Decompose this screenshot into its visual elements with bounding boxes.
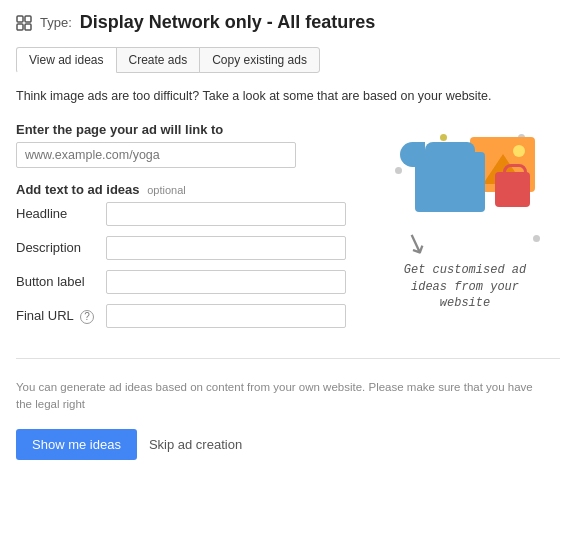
main-content: Enter the page your ad will link to Add … bbox=[16, 122, 560, 342]
page-wrapper: Type: Display Network only - All feature… bbox=[0, 0, 576, 476]
final-url-label: Final URL ? bbox=[16, 308, 106, 324]
description-input[interactable] bbox=[106, 236, 346, 260]
tab-create-ads[interactable]: Create ads bbox=[116, 47, 201, 73]
skip-ad-creation-button[interactable]: Skip ad creation bbox=[149, 429, 242, 460]
final-url-input[interactable] bbox=[106, 304, 346, 328]
add-text-group: Add text to ad ideas optional Headline D… bbox=[16, 182, 370, 328]
description-text: Think image ads are too difficult? Take … bbox=[16, 87, 560, 106]
svg-rect-3 bbox=[25, 24, 31, 30]
add-text-label: Add text to ad ideas optional bbox=[16, 182, 370, 197]
footer-note: You can generate ad ideas based on conte… bbox=[16, 379, 560, 414]
tabs-row: View ad ideas Create ads Copy existing a… bbox=[16, 47, 560, 73]
page-title-row: Type: Display Network only - All feature… bbox=[16, 12, 560, 33]
grid-icon bbox=[16, 15, 32, 31]
button-label-row: Button label bbox=[16, 270, 370, 294]
dot-1 bbox=[440, 134, 447, 141]
illus-tshirt bbox=[415, 152, 485, 212]
tab-view-ad-ideas[interactable]: View ad ideas bbox=[16, 47, 117, 73]
final-url-row: Final URL ? bbox=[16, 304, 370, 328]
headline-input[interactable] bbox=[106, 202, 346, 226]
svg-rect-0 bbox=[17, 16, 23, 22]
show-me-ideas-button[interactable]: Show me ideas bbox=[16, 429, 137, 460]
illustration-caption: Get customised ad ideas from your websit… bbox=[385, 262, 545, 312]
illus-bag bbox=[495, 172, 530, 207]
divider bbox=[16, 358, 560, 359]
dot-3 bbox=[395, 167, 402, 174]
headline-label: Headline bbox=[16, 206, 106, 221]
svg-rect-2 bbox=[17, 24, 23, 30]
buttons-row: Show me ideas Skip ad creation bbox=[16, 429, 560, 460]
button-label-input[interactable] bbox=[106, 270, 346, 294]
type-label: Type: bbox=[40, 15, 72, 30]
final-url-help-icon[interactable]: ? bbox=[80, 310, 94, 324]
page-link-input[interactable] bbox=[16, 142, 296, 168]
page-link-group: Enter the page your ad will link to bbox=[16, 122, 370, 168]
svg-rect-1 bbox=[25, 16, 31, 22]
illustration-section: ↙ Get customised ad ideas from your webs… bbox=[370, 122, 560, 342]
description-label: Description bbox=[16, 240, 106, 255]
tab-copy-existing-ads[interactable]: Copy existing ads bbox=[199, 47, 320, 73]
page-link-label: Enter the page your ad will link to bbox=[16, 122, 370, 137]
optional-label: optional bbox=[147, 184, 186, 196]
dot-4 bbox=[533, 235, 540, 242]
form-section: Enter the page your ad will link to Add … bbox=[16, 122, 370, 342]
description-row: Description bbox=[16, 236, 370, 260]
arrow-container: ↙ Get customised ad ideas from your webs… bbox=[385, 262, 545, 312]
page-title: Display Network only - All features bbox=[80, 12, 375, 33]
button-label-label: Button label bbox=[16, 274, 106, 289]
headline-row: Headline bbox=[16, 202, 370, 226]
illus-sun bbox=[513, 145, 525, 157]
